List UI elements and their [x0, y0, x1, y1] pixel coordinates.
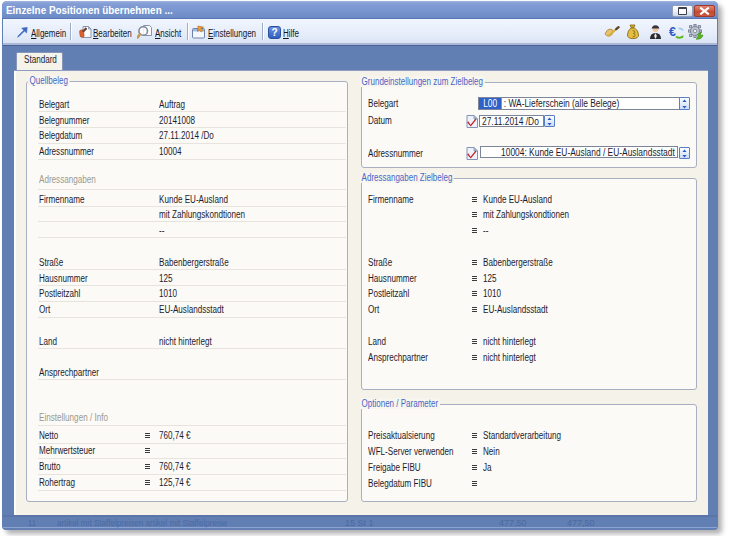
- svg-text:?: ?: [271, 27, 277, 38]
- svg-text:€: €: [669, 25, 676, 39]
